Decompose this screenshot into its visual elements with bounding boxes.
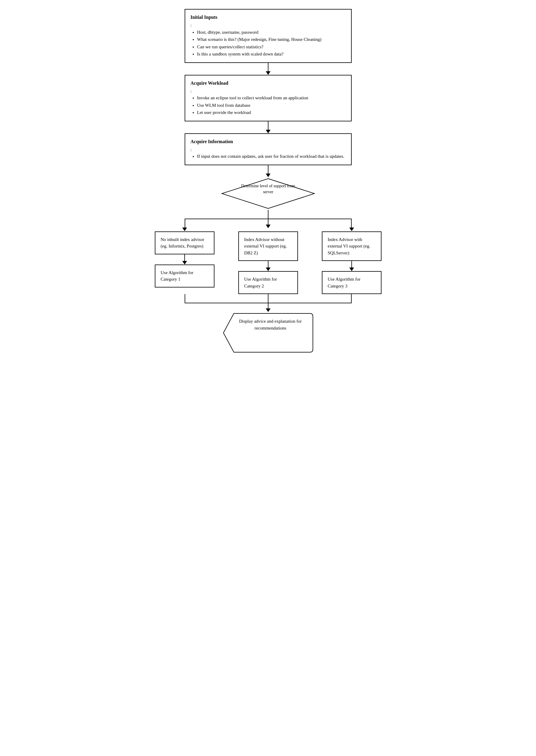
left-branch-box: No inbuilt index advisor (eg. Informix, … <box>155 231 215 254</box>
diamond-text: Determine level of support from server <box>241 184 295 194</box>
center-algo-box: Use Algorithm for Category 2 <box>238 271 298 294</box>
acquire-information-list: If input does not contain updates, ask u… <box>197 153 346 160</box>
left-arrow <box>182 254 187 265</box>
initial-inputs-item-3: Can we run queries/collect statistics? <box>197 44 346 50</box>
right-branch-box: Index Advisor with external VI support (… <box>322 231 382 261</box>
left-algo-box: Use Algorithm for Category 1 <box>155 265 215 287</box>
center-algo-text: Use Algorithm for Category 2 <box>244 277 277 288</box>
initial-inputs-list: Host, dbtype, username, password What sc… <box>197 29 346 57</box>
initial-inputs-box: Initial Inputs: Host, dbtype, username, … <box>184 9 352 63</box>
initial-inputs-item-2: What scenario is this? (Major redesign, … <box>197 36 346 43</box>
merge-arrow-head <box>266 308 271 312</box>
acquire-workload-item-3: Let user provide the workload <box>197 109 346 116</box>
right-branch-text: Index Advisor with external VI support (… <box>328 237 370 255</box>
branch-col-left: No inbuilt index advisor (eg. Informix, … <box>152 231 218 287</box>
center-vertical-drop <box>268 218 268 225</box>
left-branch-text: No inbuilt index advisor (eg. Informix, … <box>161 237 204 249</box>
acquire-information-item-1: If input does not contain updates, ask u… <box>197 153 346 160</box>
acquire-information-title: Acquire Information <box>190 138 346 145</box>
merge-center-vertical <box>268 294 268 303</box>
acquire-workload-list: Invoke an eclipse tool to collect worklo… <box>197 94 346 116</box>
branch-col-right: Index Advisor with external VI support (… <box>319 231 385 294</box>
left-algo-text: Use Algorithm for Category 1 <box>161 270 194 282</box>
terminal-svg: Display advice and explanation for recom… <box>222 312 315 354</box>
initial-inputs-item-1: Host, dbtype, username, password <box>197 29 346 36</box>
acquire-workload-item-2: Use WLM tool from database <box>197 102 346 109</box>
right-algo-box: Use Algorithm for Category 3 <box>322 271 382 294</box>
terminal-text: Display advice and explanation for recom… <box>239 319 302 330</box>
center-branch-box: Index Advisor without external VI suppor… <box>238 231 298 261</box>
acquire-workload-title: Acquire Workload <box>190 80 346 87</box>
center-arrow <box>266 261 271 271</box>
right-vertical-drop <box>351 218 352 228</box>
center-arrow-head <box>266 225 271 228</box>
center-branch-text: Index Advisor without external VI suppor… <box>244 237 287 255</box>
acquire-information-box: Acquire Information: If input does not c… <box>184 133 352 165</box>
right-arrow-head <box>349 228 354 231</box>
initial-inputs-item-4: Is this a sandbox system with scaled dow… <box>197 51 346 57</box>
acquire-workload-item-1: Invoke an eclipse tool to collect worklo… <box>197 94 346 101</box>
acquire-workload-box: Acquire Workload: Invoke an eclipse tool… <box>184 75 352 121</box>
branch-connector <box>152 210 385 231</box>
left-arrow-head <box>182 228 187 231</box>
arrow-2 <box>266 121 271 133</box>
diamond-shape: Determine level of support from server <box>220 177 316 210</box>
branch-col-center: Index Advisor without external VI suppor… <box>235 231 301 294</box>
left-vertical-drop <box>184 218 185 228</box>
arrow-3 <box>266 165 271 177</box>
diamond-wrapper: Determine level of support from server <box>184 177 352 210</box>
center-vertical-line <box>268 210 268 219</box>
merge-right-vertical <box>351 294 352 303</box>
right-algo-text: Use Algorithm for Category 3 <box>328 277 361 288</box>
terminal-wrapper: Display advice and explanation for recom… <box>222 312 315 355</box>
branch-boxes-row: No inbuilt index advisor (eg. Informix, … <box>152 231 385 294</box>
right-arrow <box>349 261 354 271</box>
merge-left-vertical <box>184 294 185 303</box>
initial-inputs-title: Initial Inputs <box>190 14 346 21</box>
flowchart: Initial Inputs: Host, dbtype, username, … <box>152 9 385 355</box>
arrow-1 <box>266 63 271 75</box>
merge-connector <box>152 294 385 312</box>
merge-center-down <box>268 303 268 308</box>
